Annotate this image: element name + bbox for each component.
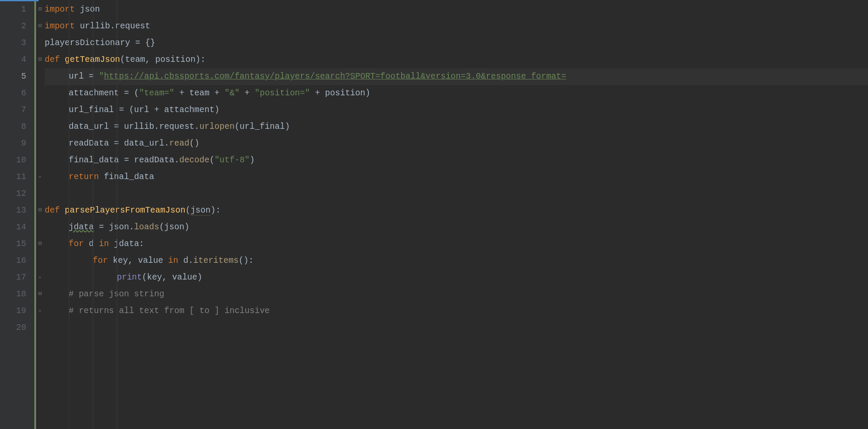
scroll-position-indicator	[0, 0, 39, 1]
line-number: 3	[0, 35, 26, 52]
code-line[interactable]: url_final = (url + attachment)	[45, 102, 868, 119]
token-text: final_data = readData.	[69, 155, 179, 165]
token-str: "	[99, 72, 104, 81]
token-text: (	[210, 155, 215, 165]
token-text: position):	[155, 55, 205, 64]
code-line[interactable]: final_data = readData.decode("utf-8")	[45, 152, 868, 169]
token-text: url =	[69, 72, 99, 81]
token-text: playersDictionary = {}	[45, 38, 155, 48]
token-call: decode	[179, 155, 209, 165]
fold-collapse-icon[interactable]: ⊟	[38, 235, 42, 252]
fold-gutter[interactable]: ⊟⊟⊟⌃⊟⊟⌃⊟⌃	[34, 0, 44, 429]
token-kw: import	[45, 21, 80, 31]
code-line[interactable]: # returns all text from [ to ] inclusive	[45, 303, 868, 319]
fold-collapse-icon[interactable]: ⊟	[38, 18, 42, 34]
token-text: jdata	[69, 222, 94, 232]
line-number: 4	[0, 52, 26, 68]
code-line[interactable]: import json	[45, 1, 868, 18]
code-line[interactable]: jdata = json.loads(json)	[45, 219, 868, 236]
token-text: (team	[120, 55, 146, 64]
token-text: json	[190, 206, 210, 216]
code-line[interactable]: attachment = ("team=" + team + "&" + "po…	[45, 85, 868, 102]
token-str: "position="	[255, 88, 310, 98]
fold-collapse-icon[interactable]: ⊟	[38, 1, 42, 18]
code-line[interactable]: import urllib.request	[45, 18, 868, 35]
token-text: final_data	[104, 172, 154, 182]
code-line[interactable]: def parsePlayersFromTeamJson(json):	[45, 202, 868, 219]
token-cmt: # returns all text from [ to ] inclusive	[69, 306, 270, 316]
line-number: 1	[0, 1, 26, 18]
token-kw: return	[69, 172, 104, 182]
line-number: 14	[0, 219, 26, 236]
line-number: 2	[0, 18, 26, 35]
line-number: 9	[0, 135, 26, 152]
code-line[interactable]	[45, 186, 868, 202]
token-text: (	[186, 206, 191, 215]
fold-collapse-icon[interactable]: ⊟	[38, 286, 42, 302]
code-line[interactable]: def getTeamJson(team, position):	[45, 52, 868, 68]
fold-collapse-icon[interactable]: ⊟	[38, 202, 42, 219]
code-line[interactable]: for d in jdata:	[45, 236, 868, 253]
fold-cell-empty	[36, 219, 44, 236]
token-text: + position)	[310, 88, 370, 98]
token-text: d.	[183, 256, 193, 265]
fold-end-icon[interactable]: ⌃	[38, 271, 42, 287]
code-line[interactable]	[45, 319, 868, 336]
code-line[interactable]: playersDictionary = {}	[45, 35, 868, 52]
token-text: ()	[189, 139, 199, 148]
fold-collapse-icon[interactable]: ⊟	[38, 51, 42, 68]
line-number: 12	[0, 186, 26, 202]
token-cmt: # parse json string	[69, 289, 164, 299]
line-number-gutter[interactable]: 1234567891011121314151617181920	[0, 0, 34, 429]
fold-end-icon[interactable]: ⌃	[38, 170, 42, 187]
token-str: "&"	[225, 88, 240, 98]
fold-cell-empty	[36, 152, 44, 169]
token-kw: in	[99, 239, 114, 249]
token-text: value	[138, 256, 168, 265]
token-kw: def	[45, 55, 65, 64]
code-line[interactable]: url = "https://api.cbssports.com/fantasy…	[45, 68, 868, 85]
token-kw: import	[45, 5, 80, 14]
token-text: + team +	[174, 88, 225, 98]
token-text: data_url = urllib.request.	[69, 122, 199, 131]
code-area[interactable]: import jsonimport urllib.requestplayersD…	[44, 0, 868, 429]
line-number: 16	[0, 253, 26, 269]
token-text: json	[80, 5, 100, 14]
token-text: ,	[162, 273, 172, 282]
token-text: readData = data_url.	[69, 139, 169, 148]
token-text: (key	[142, 273, 162, 282]
code-line[interactable]: for key, value in d.iteritems():	[45, 253, 868, 269]
token-text: ):	[210, 206, 220, 215]
fold-cell-empty	[36, 119, 44, 135]
token-str: "team="	[139, 88, 174, 98]
line-number: 18	[0, 286, 26, 303]
line-number: 15	[0, 236, 26, 253]
line-number: 20	[0, 319, 26, 336]
code-line[interactable]: # parse json string	[45, 286, 868, 303]
fold-cell-empty	[36, 68, 44, 85]
code-editor[interactable]: 1234567891011121314151617181920 ⊟⊟⊟⌃⊟⊟⌃⊟…	[0, 0, 868, 429]
fold-cell-empty	[36, 85, 44, 102]
fold-end-icon[interactable]: ⌃	[38, 304, 42, 321]
line-number: 11	[0, 169, 26, 186]
code-line[interactable]: return final_data	[45, 169, 868, 186]
fold-cell-empty	[36, 319, 44, 336]
line-number: 17	[0, 269, 26, 286]
line-number: 5	[0, 68, 26, 85]
token-call: loads	[134, 222, 159, 232]
fold-cell-empty	[36, 135, 44, 152]
code-line[interactable]: readData = data_url.read()	[45, 135, 868, 152]
token-text: value)	[172, 273, 202, 282]
line-number: 7	[0, 102, 26, 119]
line-number: 6	[0, 85, 26, 102]
fold-cell-empty	[36, 186, 44, 202]
token-text: url_final = (url + attachment)	[69, 105, 219, 115]
token-text: attachment = (	[69, 88, 139, 98]
token-text: ():	[238, 256, 253, 265]
code-line[interactable]: data_url = urllib.request.urlopen(url_fi…	[45, 119, 868, 135]
line-number: 10	[0, 152, 26, 169]
token-text: +	[240, 88, 255, 98]
token-call: urlopen	[199, 122, 235, 131]
code-line[interactable]: print(key, value)	[45, 269, 868, 286]
token-kw: def	[45, 206, 65, 215]
